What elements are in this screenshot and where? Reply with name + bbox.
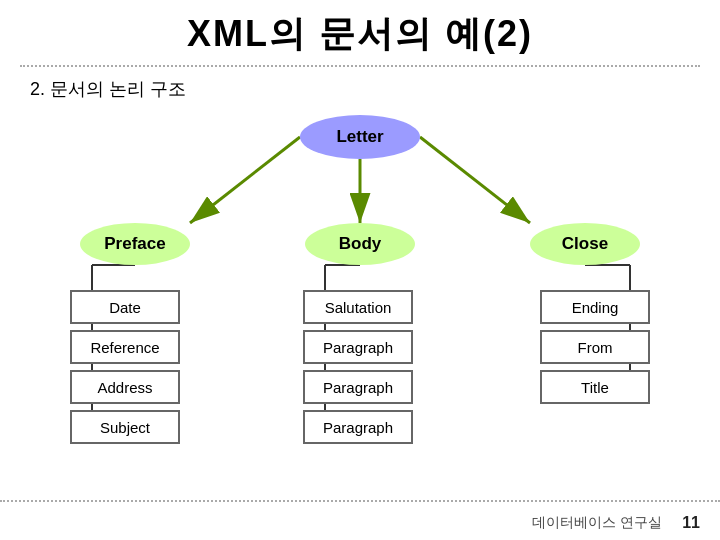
page: XML의 문서의 예(2) 2. 문서의 논리 구조 (0, 0, 720, 540)
bottom-divider (0, 500, 720, 502)
svg-line-4 (420, 137, 530, 223)
footer-page: 11 (682, 514, 700, 532)
reference-node: Reference (70, 330, 180, 364)
paragraph3-node: Paragraph (303, 410, 413, 444)
salutation-node: Salutation (303, 290, 413, 324)
title-node: Title (540, 370, 650, 404)
body-node: Body (305, 223, 415, 265)
paragraph1-node: Paragraph (303, 330, 413, 364)
close-node: Close (530, 223, 640, 265)
from-node: From (540, 330, 650, 364)
subject-node: Subject (70, 410, 180, 444)
diagram: Letter Preface Body Close Date Reference… (20, 115, 700, 475)
page-title: XML의 문서의 예(2) (20, 10, 700, 59)
letter-node: Letter (300, 115, 420, 159)
preface-node: Preface (80, 223, 190, 265)
ending-node: Ending (540, 290, 650, 324)
subtitle: 2. 문서의 논리 구조 (30, 77, 700, 101)
top-divider (20, 65, 700, 67)
svg-line-3 (190, 137, 300, 223)
footer: 데이터베이스 연구실 11 (532, 514, 700, 532)
footer-lab: 데이터베이스 연구실 (532, 514, 662, 532)
paragraph2-node: Paragraph (303, 370, 413, 404)
date-node: Date (70, 290, 180, 324)
address-node: Address (70, 370, 180, 404)
